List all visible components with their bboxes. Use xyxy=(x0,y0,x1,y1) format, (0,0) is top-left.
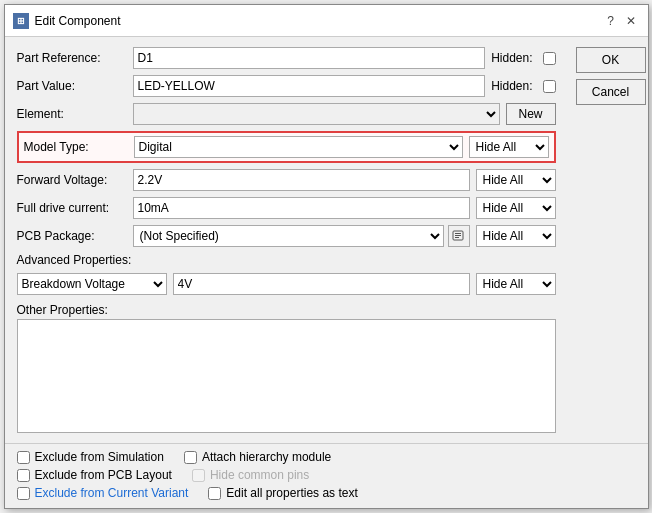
hide-common-pins-label: Hide common pins xyxy=(210,468,309,482)
ok-button[interactable]: OK xyxy=(576,47,646,73)
model-type-hide-select[interactable]: Hide All Show Hide xyxy=(469,136,549,158)
footer-row-3: Exclude from Current Variant Edit all pr… xyxy=(17,486,636,500)
dialog-body: Part Reference: Hidden: Part Value: Hidd… xyxy=(5,37,648,443)
button-area: OK Cancel xyxy=(568,37,648,443)
model-type-select[interactable]: Digital Analog Mixed xyxy=(134,136,463,158)
cancel-button[interactable]: Cancel xyxy=(576,79,646,105)
exclude-simulation-checkbox[interactable] xyxy=(17,451,30,464)
advanced-properties-section: Advanced Properties: xyxy=(17,253,556,267)
exclude-variant-checkbox-item[interactable]: Exclude from Current Variant xyxy=(17,486,189,500)
part-reference-row: Part Reference: Hidden: xyxy=(17,47,556,69)
pcb-package-select[interactable]: (Not Specified) xyxy=(133,225,444,247)
breakdown-voltage-select[interactable]: Breakdown Voltage xyxy=(17,273,167,295)
hide-common-pins-checkbox xyxy=(192,469,205,482)
breakdown-voltage-row: Breakdown Voltage Hide All Show Hide xyxy=(17,273,556,295)
forward-voltage-label: Forward Voltage: xyxy=(17,173,127,187)
browse-icon xyxy=(452,229,466,243)
exclude-simulation-checkbox-item[interactable]: Exclude from Simulation xyxy=(17,450,164,464)
attach-hierarchy-label: Attach hierarchy module xyxy=(202,450,331,464)
full-drive-current-input[interactable] xyxy=(133,197,470,219)
title-controls: ? ✕ xyxy=(602,12,640,30)
help-button[interactable]: ? xyxy=(602,12,620,30)
exclude-pcb-label: Exclude from PCB Layout xyxy=(35,468,172,482)
forward-voltage-row: Forward Voltage: Hide All Show Hide xyxy=(17,169,556,191)
other-properties-area: Other Properties: xyxy=(17,301,556,433)
part-reference-hidden-checkbox[interactable] xyxy=(543,52,556,65)
breakdown-voltage-input[interactable] xyxy=(173,273,470,295)
edit-all-properties-label: Edit all properties as text xyxy=(226,486,357,500)
footer-row-1: Exclude from Simulation Attach hierarchy… xyxy=(17,450,636,464)
part-reference-input[interactable] xyxy=(133,47,486,69)
pcb-package-browse-button[interactable] xyxy=(448,225,470,247)
attach-hierarchy-checkbox[interactable] xyxy=(184,451,197,464)
edit-all-properties-checkbox-item[interactable]: Edit all properties as text xyxy=(208,486,357,500)
other-properties-label: Other Properties: xyxy=(17,303,556,317)
part-value-hidden-checkbox[interactable] xyxy=(543,80,556,93)
title-left: ⊞ Edit Component xyxy=(13,13,121,29)
new-button[interactable]: New xyxy=(506,103,556,125)
model-type-row: Model Type: Digital Analog Mixed Hide Al… xyxy=(17,131,556,163)
footer: Exclude from Simulation Attach hierarchy… xyxy=(5,443,648,508)
edit-all-properties-checkbox[interactable] xyxy=(208,487,221,500)
attach-hierarchy-checkbox-item[interactable]: Attach hierarchy module xyxy=(184,450,331,464)
hide-common-pins-checkbox-item: Hide common pins xyxy=(192,468,309,482)
svg-rect-3 xyxy=(455,237,459,238)
breakdown-voltage-hide-select[interactable]: Hide All Show Hide xyxy=(476,273,556,295)
exclude-variant-label: Exclude from Current Variant xyxy=(35,486,189,500)
close-button[interactable]: ✕ xyxy=(622,12,640,30)
pcb-package-label: PCB Package: xyxy=(17,229,127,243)
svg-rect-2 xyxy=(455,235,461,236)
part-reference-hidden-label: Hidden: xyxy=(491,51,532,65)
full-drive-current-row: Full drive current: Hide All Show Hide xyxy=(17,197,556,219)
part-value-label: Part Value: xyxy=(17,79,127,93)
dialog-title: Edit Component xyxy=(35,14,121,28)
element-select[interactable] xyxy=(133,103,500,125)
full-drive-current-label: Full drive current: xyxy=(17,201,127,215)
svg-rect-1 xyxy=(455,233,461,234)
element-row: Element: New xyxy=(17,103,556,125)
full-drive-current-hide-select[interactable]: Hide All Show Hide xyxy=(476,197,556,219)
forward-voltage-input[interactable] xyxy=(133,169,470,191)
other-properties-textarea[interactable] xyxy=(17,319,556,433)
exclude-variant-checkbox[interactable] xyxy=(17,487,30,500)
form-area: Part Reference: Hidden: Part Value: Hidd… xyxy=(5,37,568,443)
part-value-input[interactable] xyxy=(133,75,486,97)
part-value-hidden-label: Hidden: xyxy=(491,79,532,93)
dialog-icon: ⊞ xyxy=(13,13,29,29)
footer-row-2: Exclude from PCB Layout Hide common pins xyxy=(17,468,636,482)
pcb-package-hide-select[interactable]: Hide All Show Hide xyxy=(476,225,556,247)
exclude-pcb-checkbox-item[interactable]: Exclude from PCB Layout xyxy=(17,468,172,482)
element-label: Element: xyxy=(17,107,127,121)
pcb-package-row: PCB Package: (Not Specified) xyxy=(17,225,556,247)
exclude-simulation-label: Exclude from Simulation xyxy=(35,450,164,464)
forward-voltage-hide-select[interactable]: Hide All Show Hide xyxy=(476,169,556,191)
exclude-pcb-checkbox[interactable] xyxy=(17,469,30,482)
title-bar: ⊞ Edit Component ? ✕ xyxy=(5,5,648,37)
advanced-properties-label: Advanced Properties: xyxy=(17,253,132,267)
part-value-row: Part Value: Hidden: xyxy=(17,75,556,97)
edit-component-dialog: ⊞ Edit Component ? ✕ Part Reference: Hid… xyxy=(4,4,649,509)
part-reference-label: Part Reference: xyxy=(17,51,127,65)
model-type-label: Model Type: xyxy=(24,140,128,154)
